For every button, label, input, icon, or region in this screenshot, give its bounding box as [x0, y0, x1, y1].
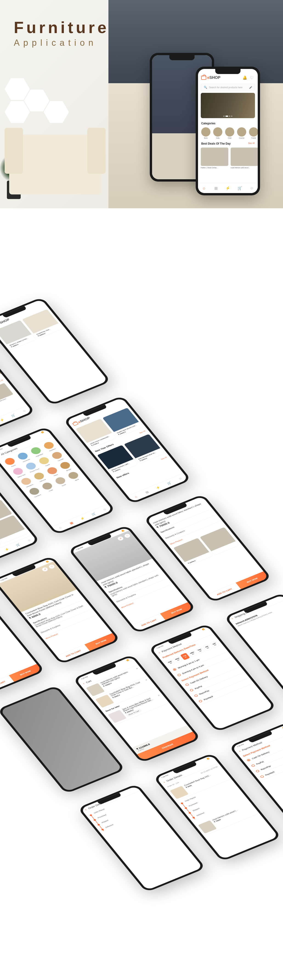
cat-item[interactable]: Sofas — [53, 476, 70, 488]
screen-payment-method: 7:28 PM📶 ‹Payment Method Select Payment … — [229, 722, 283, 830]
date-chip[interactable]: SUN28 — [165, 659, 175, 666]
hero-title-block: Furniture Application — [14, 18, 109, 48]
date-chip[interactable]: THU02 — [195, 647, 205, 654]
cart-item[interactable]: royal interiors solid wood fabric standa… — [83, 665, 148, 699]
cat-item[interactable]: Riceitem — [41, 441, 58, 453]
buy-now-button[interactable]: BUY NOW — [9, 664, 42, 682]
time-slot[interactable]: Evening 4 pm to 9 pm — [172, 651, 232, 679]
bottom-nav: ⌂ ▦ ⚡ 🛒 ☺ — [198, 183, 258, 193]
checkout-button[interactable]: Checkout — [137, 732, 198, 761]
nav-cart-icon[interactable]: 🛒 — [237, 186, 242, 191]
cart-item[interactable]: Couchette® Bean Bag XXXL Cool Chair Cove… — [92, 676, 157, 710]
cat-item[interactable]: Home — [2, 457, 19, 469]
hero-subtitle: Application — [14, 38, 109, 48]
payment-option[interactable]: Paystack💳 — [255, 753, 283, 781]
cat-item[interactable]: Pasta — [37, 456, 53, 468]
cat-item[interactable]: Chair — [40, 481, 57, 493]
time-slot[interactable]: Morning 9 am to 1 pm — [168, 646, 228, 675]
cat-item[interactable]: Pizza — [45, 466, 61, 478]
cat-item[interactable]: Sandwich — [19, 476, 35, 488]
nav-deals-icon[interactable]: ⚡ — [225, 186, 231, 191]
remove-item-icon[interactable]: × — [145, 678, 153, 688]
nav-profile-icon[interactable]: ☺ — [249, 186, 254, 191]
payment-option[interactable]: Cash On Delivery — [180, 661, 240, 689]
buy-now-button[interactable]: BUY NOW — [236, 571, 269, 589]
cart-logo-icon — [201, 76, 206, 80]
hero-phone-front: eSHOP Search for desired products here🎤 … — [196, 67, 260, 196]
remove-item-icon[interactable]: × — [135, 667, 144, 676]
share-icon[interactable]: ↗ — [117, 536, 124, 541]
cat-item[interactable]: Beds — [66, 471, 83, 483]
share-icon[interactable]: ↗ — [41, 567, 49, 572]
date-chip[interactable]: WED01 — [188, 650, 197, 657]
category-row[interactable]: Beds Sofa Chair Couche Frame — [198, 126, 258, 140]
payment-option[interactable]: PayPal — [185, 667, 245, 695]
add-to-cart-button[interactable]: ADD TO CART — [132, 614, 165, 632]
add-to-cart-button[interactable]: ADD TO CART — [208, 582, 241, 601]
cat-item[interactable]: Groceries — [15, 451, 32, 463]
date-chip[interactable]: FRI03 — [202, 644, 212, 651]
cat-item[interactable]: Samosa — [32, 471, 48, 483]
deals-heading: Best Deals Of The Day — [201, 142, 231, 145]
nav-home-icon[interactable]: ⌂ — [202, 186, 207, 191]
notification-icon[interactable] — [243, 75, 247, 80]
wishlist-icon[interactable] — [250, 75, 254, 80]
hero-title: Furniture — [14, 18, 109, 37]
add-to-cart-button[interactable]: ADD TO CART — [0, 675, 14, 693]
cat-item[interactable]: Furniture — [27, 486, 43, 498]
fav-icon[interactable]: ♡ — [48, 564, 56, 569]
more-product-link[interactable]: More Product — [44, 616, 99, 641]
cat-item[interactable]: Burger — [58, 460, 75, 473]
product-title: Couchette® Bean Bag XXXL Cool Chair Cove… — [25, 592, 79, 617]
back-icon[interactable]: ‹ — [238, 750, 242, 753]
date-chip[interactable]: MON29 — [173, 656, 183, 663]
hero-section: Furniture Application eSHOP — [0, 0, 283, 208]
payment-option[interactable]: Paystack — [194, 678, 254, 706]
cart-item[interactable]: Jack & Jones Men White & Red Brand Logo … — [104, 692, 169, 726]
cat-item[interactable]: Vegetable — [28, 445, 45, 458]
payment-option[interactable]: PayPal💳 — [246, 742, 283, 770]
cat-item[interactable]: Cereals — [49, 450, 66, 463]
date-chip[interactable]: SAT04 — [210, 641, 219, 648]
cat-item[interactable]: Frozen Food — [24, 461, 40, 473]
nav-categories-icon[interactable]: ▦ — [213, 186, 218, 191]
date-chip[interactable]: TUE30 — [180, 653, 190, 660]
mic-icon[interactable]: 🎤 — [249, 86, 252, 89]
add-to-cart-button[interactable]: ADD TO CART — [57, 644, 90, 662]
categories-heading: Categories — [201, 122, 215, 125]
fav-icon[interactable]: ♡ — [124, 533, 131, 538]
cart-total: ₹ 111000.0 — [136, 728, 188, 750]
screen-order-details-edge: ‹Order Details Order Placed Processed Sh… — [78, 784, 206, 892]
search-input[interactable]: Search for desired products here🎤 — [201, 84, 255, 91]
deal-card[interactable]: Faxtex L Stosk Cerisa... — [201, 148, 228, 169]
payment-option[interactable]: RazorPay — [189, 672, 250, 700]
back-icon[interactable]: ‹ — [158, 651, 161, 654]
sofa-decor — [9, 135, 101, 194]
app-logo[interactable]: eSHOP — [201, 75, 221, 80]
product-price: ₹ 6000.0 — [28, 613, 41, 619]
deal-card[interactable]: royal interiors solid wood... — [231, 148, 258, 169]
back-icon[interactable]: ‹ — [231, 617, 234, 620]
showcase-section: 7:28 PM📶 eSHOP Search for desired produc… — [0, 208, 283, 980]
move-to-cart-button[interactable]: Move To Cart — [126, 709, 141, 717]
home-banner[interactable] — [201, 93, 255, 118]
product-image[interactable]: ↗♡ — [0, 561, 77, 612]
back-icon[interactable]: ‹ — [162, 781, 165, 784]
payment-option[interactable]: RazorPay💳 — [251, 748, 283, 776]
buy-now-button[interactable]: BUY NOW — [84, 633, 118, 651]
remove-item-icon[interactable]: × — [157, 694, 165, 703]
back-icon[interactable]: ‹ — [82, 682, 85, 685]
payment-option[interactable]: Cash On Delivery — [242, 737, 283, 765]
see-all-link[interactable]: See All — [248, 142, 254, 144]
buy-now-button[interactable]: BUY NOW — [160, 602, 193, 620]
cat-item[interactable]: Baby Care — [10, 466, 27, 479]
